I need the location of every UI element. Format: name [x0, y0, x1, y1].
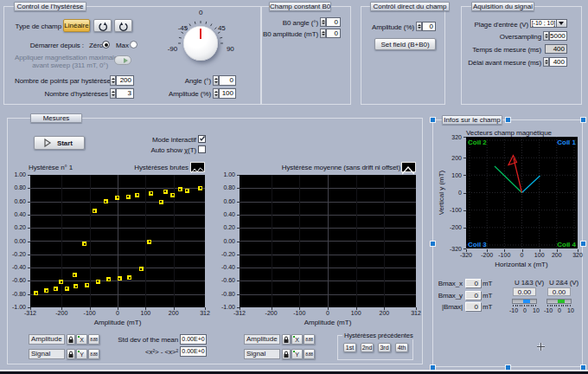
svg-text:Coil 3: Coil 3	[468, 241, 487, 248]
svg-text:Coil 1: Coil 1	[557, 139, 576, 146]
svg-text:Coil 4: Coil 4	[557, 241, 576, 248]
svg-text:Coil 2: Coil 2	[468, 139, 487, 146]
